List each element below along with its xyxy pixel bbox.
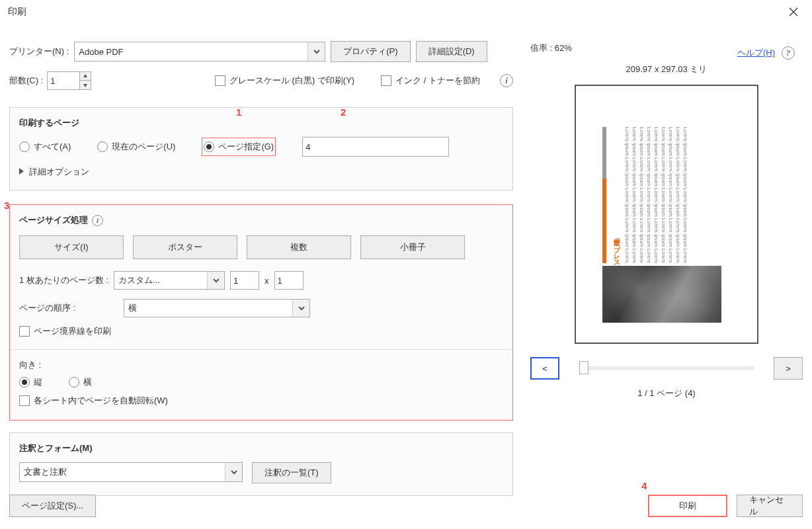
page-border-checkbox[interactable]: ページ境界線を印刷: [19, 325, 111, 337]
x-label: x: [264, 276, 269, 286]
help-link[interactable]: ヘルプ(H): [737, 47, 775, 59]
prev-page-button[interactable]: <: [530, 357, 559, 380]
preview-image: [602, 266, 721, 323]
order-select[interactable]: 横: [124, 299, 310, 317]
booklet-button[interactable]: 小冊子: [360, 235, 465, 259]
annotation-4: 4: [641, 480, 647, 491]
help-icon[interactable]: ?: [782, 46, 795, 60]
print-button[interactable]: 印刷: [648, 495, 727, 517]
comments-heading: 注釈とフォーム(M): [19, 442, 503, 454]
expand-triangle-icon[interactable]: [19, 168, 24, 175]
auto-rotate-checkbox[interactable]: 各シート内でページを自動回転(W): [19, 395, 168, 407]
pager-label: 1 / 1 ページ (4): [530, 387, 803, 399]
per-sheet-label: 1 枚あたりのページ数 :: [19, 274, 108, 286]
more-options-label[interactable]: 詳細オプション: [29, 167, 89, 177]
chevron-down-icon: [292, 300, 309, 317]
preview-canvas: 最近のプレス Lorem ipsum Lorem ipsum Lorem ips…: [575, 85, 758, 344]
annotation-2: 2: [341, 106, 346, 118]
copies-label: 部数(C) :: [9, 75, 43, 87]
properties-button[interactable]: プロパティ(P): [331, 41, 410, 62]
save-ink-checkbox[interactable]: インク / トナーを節約: [381, 75, 480, 87]
scale-value: 62%: [555, 43, 572, 53]
order-label: ページの順序 :: [19, 302, 118, 314]
printer-label: プリンター(N) :: [9, 46, 69, 58]
spin-down-icon[interactable]: [80, 81, 91, 89]
rows-input[interactable]: [274, 271, 304, 290]
annotation-1: 1: [236, 106, 241, 118]
radio-all[interactable]: すべて(A): [19, 141, 71, 153]
zoom-slider[interactable]: [579, 366, 754, 370]
radio-portrait[interactable]: 縦: [19, 376, 42, 388]
info-icon[interactable]: i: [92, 215, 103, 226]
next-page-button[interactable]: >: [774, 357, 803, 380]
per-sheet-select[interactable]: カスタム...: [114, 271, 225, 290]
advanced-settings-button[interactable]: 詳細設定(D): [416, 41, 487, 62]
info-icon[interactable]: i: [500, 74, 513, 87]
cancel-button[interactable]: キャンセル: [737, 495, 803, 517]
pages-input[interactable]: [302, 137, 449, 157]
spin-up-icon[interactable]: [80, 72, 91, 81]
scale-label: 倍率 :: [530, 43, 552, 53]
close-button[interactable]: [783, 1, 804, 22]
radio-landscape[interactable]: 横: [69, 376, 92, 388]
preview-orange-text: 最近のプレス: [612, 234, 621, 263]
page-setup-button[interactable]: ページ設定(S)...: [9, 495, 96, 517]
dimensions-label: 209.97 x 297.03 ミリ: [530, 63, 803, 75]
radio-pages[interactable]: ページ指定(G): [202, 138, 276, 156]
grayscale-checkbox[interactable]: グレースケール (白黒) で印刷(Y): [215, 75, 354, 87]
cols-input[interactable]: [230, 271, 259, 290]
copies-spinner[interactable]: [47, 71, 91, 90]
poster-button[interactable]: ポスター: [133, 235, 237, 259]
size-button[interactable]: サイズ(I): [19, 235, 124, 259]
radio-current[interactable]: 現在のページ(U): [97, 141, 175, 153]
orientation-label: 向き :: [19, 359, 503, 371]
size-handling-heading: ページサイズ処理: [19, 214, 88, 226]
dialog-title: 印刷: [8, 6, 26, 18]
printer-select[interactable]: Adobe PDF: [74, 42, 325, 61]
chevron-down-icon: [307, 42, 325, 61]
copies-input[interactable]: [48, 72, 79, 89]
pages-to-print-heading: 印刷するページ: [19, 117, 503, 129]
chevron-down-icon: [207, 272, 224, 289]
multiple-button[interactable]: 複数: [247, 235, 351, 259]
chevron-down-icon: [225, 463, 242, 481]
summarize-comments-button[interactable]: 注釈の一覧(T): [252, 462, 331, 483]
comments-select[interactable]: 文書と注釈: [19, 462, 243, 482]
